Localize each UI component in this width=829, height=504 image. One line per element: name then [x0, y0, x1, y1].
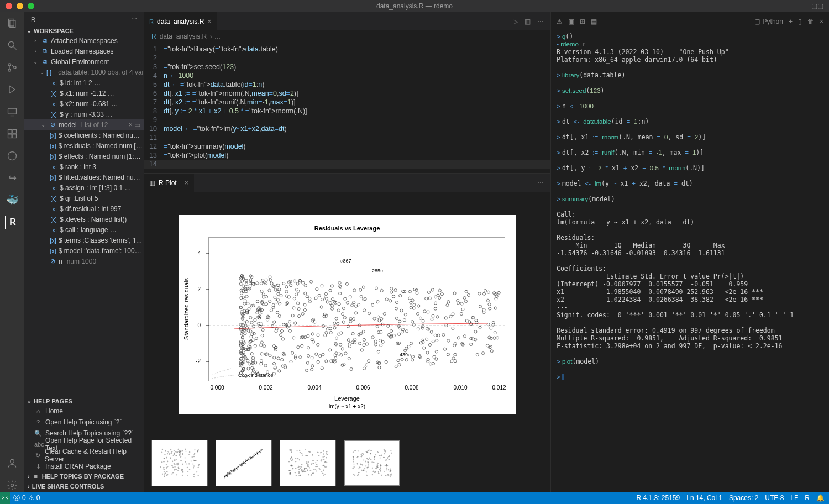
svg-point-1040 [361, 454, 362, 455]
search-icon[interactable] [6, 39, 19, 52]
docker-icon[interactable]: 🐳 [6, 193, 19, 207]
svg-point-1024 [366, 452, 367, 453]
tab-data-analysis[interactable]: R data_analysis.R × [144, 12, 217, 30]
help-item[interactable]: ?Open Help Topic using `?` [24, 417, 144, 428]
close-window-button[interactable] [6, 3, 12, 9]
trash-icon[interactable]: 🗑 [807, 18, 814, 25]
svg-point-725 [181, 470, 182, 471]
help-by-package[interactable]: ›≡Help Topics by Package [24, 472, 144, 481]
var-model-child[interactable]: [x]$ residuals : Named num [1:1000… [24, 140, 144, 151]
grid-icon[interactable]: ⊞ [580, 18, 585, 25]
var-model-child[interactable]: [x]$ xlevels : Named list() [24, 214, 144, 224]
code-editor[interactable]: 1="tok-fn">library(="tok-fn">data.table)… [144, 43, 550, 173]
var-model-child[interactable]: [x]$ terms :Classes 'terms', 'formul… [24, 235, 144, 245]
svg-point-1066 [366, 472, 367, 473]
settings-gear-icon[interactable] [6, 479, 19, 492]
help-item[interactable]: ⌂Home [24, 406, 144, 417]
extensions-icon[interactable] [6, 127, 19, 140]
loaded-namespaces[interactable]: ›⧉Loaded Namespaces [24, 46, 144, 56]
svg-point-718 [170, 458, 171, 459]
explorer-icon[interactable] [6, 17, 19, 30]
thumb-2[interactable] [216, 440, 272, 486]
run-debug-icon[interactable] [6, 83, 19, 96]
var-n[interactable]: ›⊘nnum 1000 [24, 256, 144, 266]
status-r-version[interactable]: R 4.1.3: 25159 [636, 494, 680, 502]
var-model-child[interactable]: [x]$ qr :List of 5 [24, 193, 144, 203]
close-tab-icon[interactable]: × [207, 18, 211, 25]
global-environment[interactable]: ⌄⧉Global Environment [24, 56, 144, 67]
var-model-child[interactable]: [x]$ coefficients : Named num [1:3]… [24, 130, 144, 140]
doc-icon[interactable]: ▤ [591, 18, 597, 25]
attached-namespaces[interactable]: ›⧉Attached Namespaces [24, 35, 144, 46]
breadcrumb[interactable]: R data_analysis.R › … [144, 30, 550, 43]
status-spaces[interactable]: Spaces: 2 [729, 494, 758, 502]
svg-point-759 [165, 454, 166, 455]
svg-point-646 [167, 453, 168, 454]
sidebar-more-icon[interactable]: ⋯ [131, 15, 137, 23]
kernel-select[interactable]: ▢ Python [754, 18, 783, 25]
svg-text:2: 2 [197, 286, 201, 292]
thumb-4[interactable] [344, 440, 400, 486]
svg-point-712 [165, 473, 166, 474]
svg-point-1010 [353, 468, 354, 469]
live-share-icon[interactable]: ↪ [6, 171, 19, 185]
svg-point-800 [253, 455, 254, 456]
minimize-window-button[interactable] [17, 3, 23, 9]
close-plot-tab-icon[interactable]: × [180, 179, 188, 187]
var-model-child[interactable]: [x]$ model :'data.frame': 1000 obs. … [24, 245, 144, 256]
thumb-3[interactable] [280, 440, 336, 486]
split-editor-icon[interactable]: ▥ [524, 18, 531, 25]
save-icon[interactable]: ▣ [568, 18, 574, 25]
status-eol[interactable]: LF [790, 494, 798, 502]
svg-point-695 [167, 461, 169, 462]
run-file-icon[interactable]: ▷ [513, 18, 518, 25]
var-dt[interactable]: ⌄[ ]dtdata.table: 1000 obs. of 4 varia… [24, 67, 144, 77]
github-icon[interactable] [6, 149, 19, 162]
var-model-child[interactable]: [x]$ assign : int [1:3] 0 1 … [24, 182, 144, 193]
svg-point-1013 [370, 459, 371, 460]
thumb-1[interactable] [151, 440, 208, 486]
var-model-child[interactable]: [x]$ rank : int 3 [24, 161, 144, 172]
svg-point-1084 [372, 474, 373, 475]
workspace-section[interactable]: ⌄WORKSPACE [24, 26, 144, 35]
status-encoding[interactable]: UTF-8 [765, 494, 784, 502]
maximize-window-button[interactable] [28, 3, 34, 9]
status-lang[interactable]: R [805, 494, 810, 502]
svg-point-645 [180, 456, 181, 458]
live-share-section[interactable]: ›LIVE SHARE CONTROLS [24, 481, 144, 492]
warning-icon[interactable]: ⚠ [557, 18, 563, 25]
close-row-icon[interactable]: × ▭ [129, 121, 144, 129]
svg-text:439○: 439○ [400, 352, 411, 358]
source-control-icon[interactable] [6, 61, 19, 74]
window-title: data_analysis.R — rdemo [376, 2, 453, 10]
remote-explorer-icon[interactable] [6, 105, 19, 118]
var-dt-child[interactable]: [x]$ y : num -3.33 … [24, 109, 144, 119]
r-extension-icon[interactable]: R [5, 216, 18, 229]
add-terminal-icon[interactable]: + [789, 18, 793, 25]
svg-point-870 [311, 464, 312, 465]
svg-point-4 [8, 64, 11, 66]
split-terminal-icon[interactable]: ▯ [798, 18, 802, 25]
status-errors[interactable]: ⓧ 0 ⚠ 0 [13, 494, 40, 503]
remote-indicator[interactable] [0, 492, 10, 504]
editor-more-icon[interactable]: ⋯ [537, 18, 544, 25]
status-cursor[interactable]: Ln 14, Col 1 [686, 494, 722, 502]
var-dt-child[interactable]: [x]$ x2: num -0.681 … [24, 98, 144, 109]
account-icon[interactable] [6, 456, 19, 470]
plot-more-icon[interactable]: ⋯ [537, 179, 544, 187]
help-item[interactable]: ↻Clear Cache & Restart Help Server [24, 450, 144, 461]
layout-icon[interactable]: ▢▢ [811, 2, 823, 10]
var-model-child[interactable]: [x]$ df.residual : int 997 [24, 203, 144, 214]
svg-point-967 [353, 459, 354, 460]
tab-r-plot[interactable]: ▥ R Plot × [144, 174, 195, 192]
var-dt-child[interactable]: [x]$ x1: num -1.12 … [24, 88, 144, 98]
terminal-body[interactable]: > q() • rdemo r R version 4.1.3 (2022-03… [551, 30, 829, 492]
var-model[interactable]: ⌄⊘modelList of 12× ▭ [24, 119, 144, 130]
var-model-child[interactable]: [x]$ fitted.values: Named num [1:10… [24, 172, 144, 182]
close-terminal-icon[interactable]: × [820, 18, 823, 25]
var-model-child[interactable]: [x]$ effects : Named num [1:1000] -… [24, 151, 144, 161]
var-dt-child[interactable]: [x]$ id: int 1 2 … [24, 77, 144, 88]
status-bell-icon[interactable]: 🔔 [816, 494, 825, 502]
help-pages-section[interactable]: ⌄HELP PAGES [24, 396, 144, 406]
var-model-child[interactable]: [x]$ call : language … [24, 224, 144, 235]
